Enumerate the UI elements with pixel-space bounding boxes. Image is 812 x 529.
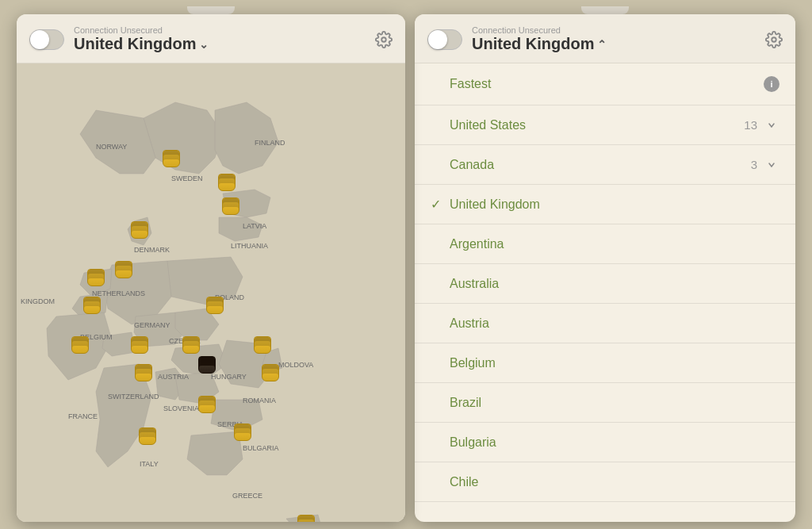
item-label: United States	[450, 118, 744, 132]
vpn-toggle-left[interactable]	[29, 29, 64, 50]
country-list[interactable]: Fastest i United States13 Canada3✓United…	[415, 63, 795, 522]
item-label: Belgium	[450, 356, 779, 370]
right-country-name: United Kingdom	[472, 35, 594, 53]
right-notch	[581, 6, 629, 14]
map-area[interactable]: NORWAYSWEDENFINLANDLATVIALITHUANIADENMAR…	[17, 63, 405, 522]
right-header-text: Connection Unsecured United Kingdom ⌃	[472, 25, 756, 53]
item-label: Austria	[450, 316, 779, 331]
list-item-brazil[interactable]: Brazil	[415, 383, 795, 423]
list-item-austria[interactable]: Austria	[415, 304, 795, 343]
expand-icon[interactable]	[764, 157, 779, 173]
item-label: Bulgaria	[450, 435, 779, 450]
left-connection-status: Connection Unsecured	[74, 25, 366, 35]
list-item-argentina[interactable]: Argentina	[415, 224, 795, 264]
app-container: Connection Unsecured United Kingdom ⌄	[0, 0, 812, 529]
toggle-knob-left	[30, 30, 49, 49]
fastest-label: Fastest	[450, 77, 764, 91]
item-label: Australia	[450, 277, 779, 291]
item-label: Canada	[450, 158, 751, 172]
check-mark: ✓	[431, 197, 443, 212]
left-country-display[interactable]: United Kingdom ⌄	[74, 35, 366, 53]
left-country-arrow: ⌄	[199, 38, 209, 51]
list-item-chile[interactable]: Chile	[415, 462, 795, 502]
right-country-arrow: ⌃	[597, 38, 607, 51]
left-header-text: Connection Unsecured United Kingdom ⌄	[74, 25, 366, 53]
svg-point-1	[772, 37, 776, 42]
info-icon-fastest[interactable]: i	[764, 76, 779, 92]
list-item-fastest[interactable]: Fastest i	[415, 63, 795, 105]
right-panel-wrapper: Connection Unsecured United Kingdom ⌃	[415, 6, 795, 522]
right-country-display[interactable]: United Kingdom ⌃	[472, 35, 756, 53]
check-fastest	[431, 77, 443, 91]
left-panel: Connection Unsecured United Kingdom ⌄	[17, 14, 405, 522]
item-label: Brazil	[450, 396, 779, 410]
expand-icon[interactable]	[764, 117, 779, 133]
list-item-belgium[interactable]: Belgium	[415, 343, 795, 383]
vpn-toggle-right[interactable]	[427, 29, 462, 50]
list-item-united-kingdom[interactable]: ✓United Kingdom	[415, 185, 795, 224]
svg-point-0	[381, 37, 386, 42]
list-item-united-states[interactable]: United States13	[415, 105, 795, 145]
server-count: 13	[744, 118, 757, 132]
right-panel: Connection Unsecured United Kingdom ⌃	[415, 14, 795, 522]
list-item-australia[interactable]: Australia	[415, 264, 795, 304]
left-notch	[187, 6, 235, 14]
left-header: Connection Unsecured United Kingdom ⌄	[17, 14, 405, 63]
left-country-name: United Kingdom	[74, 35, 196, 53]
right-settings-button[interactable]	[765, 31, 783, 48]
left-panel-wrapper: Connection Unsecured United Kingdom ⌄	[17, 6, 405, 522]
right-header: Connection Unsecured United Kingdom ⌃	[415, 14, 795, 63]
item-label: Argentina	[450, 237, 779, 251]
item-label: United Kingdom	[450, 197, 779, 212]
right-connection-status: Connection Unsecured	[472, 25, 756, 35]
item-label: Chile	[450, 475, 779, 489]
left-settings-button[interactable]	[375, 31, 393, 48]
toggle-knob-right	[428, 30, 447, 49]
list-item-canada[interactable]: Canada3	[415, 145, 795, 185]
list-item-bulgaria[interactable]: Bulgaria	[415, 423, 795, 462]
server-count: 3	[751, 158, 757, 171]
